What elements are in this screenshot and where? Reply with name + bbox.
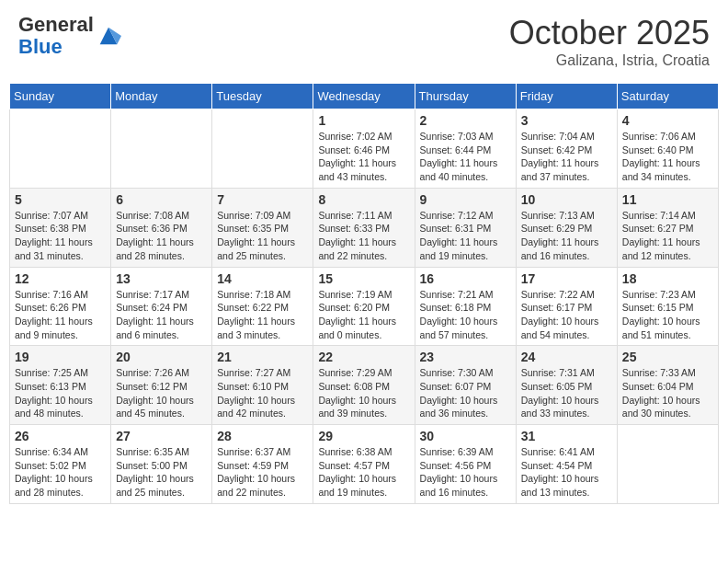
calendar-cell: 3Sunrise: 7:04 AM Sunset: 6:42 PM Daylig… (516, 109, 617, 189)
day-number: 8 (318, 192, 409, 207)
day-number: 7 (217, 192, 308, 207)
weekday-saturday: Saturday (617, 84, 718, 109)
day-info: Sunrise: 7:18 AM Sunset: 6:22 PM Dayligh… (217, 288, 308, 342)
day-info: Sunrise: 7:03 AM Sunset: 6:44 PM Dayligh… (420, 130, 511, 184)
day-info: Sunrise: 7:12 AM Sunset: 6:31 PM Dayligh… (420, 209, 511, 263)
calendar-cell: 17Sunrise: 7:22 AM Sunset: 6:17 PM Dayli… (516, 267, 617, 346)
weekday-friday: Friday (516, 84, 617, 109)
day-info: Sunrise: 7:14 AM Sunset: 6:27 PM Dayligh… (622, 209, 713, 263)
weekday-thursday: Thursday (415, 84, 516, 109)
day-info: Sunrise: 7:02 AM Sunset: 6:46 PM Dayligh… (318, 130, 409, 184)
calendar-cell: 6Sunrise: 7:08 AM Sunset: 6:36 PM Daylig… (111, 188, 212, 267)
calendar-cell: 19Sunrise: 7:25 AM Sunset: 6:13 PM Dayli… (10, 346, 111, 425)
day-info: Sunrise: 7:22 AM Sunset: 6:17 PM Dayligh… (521, 288, 612, 342)
calendar-cell: 11Sunrise: 7:14 AM Sunset: 6:27 PM Dayli… (617, 188, 718, 267)
day-number: 11 (622, 192, 713, 207)
day-info: Sunrise: 7:19 AM Sunset: 6:20 PM Dayligh… (318, 288, 409, 342)
calendar-cell: 21Sunrise: 7:27 AM Sunset: 6:10 PM Dayli… (212, 346, 313, 425)
calendar-cell: 12Sunrise: 7:16 AM Sunset: 6:26 PM Dayli… (10, 267, 111, 346)
day-info: Sunrise: 7:31 AM Sunset: 6:05 PM Dayligh… (521, 366, 612, 420)
day-number: 4 (622, 113, 713, 128)
calendar-cell: 2Sunrise: 7:03 AM Sunset: 6:44 PM Daylig… (415, 109, 516, 189)
calendar-table: SundayMondayTuesdayWednesdayThursdayFrid… (9, 83, 719, 504)
day-number: 20 (116, 350, 207, 364)
day-number: 1 (318, 113, 409, 128)
day-number: 3 (521, 113, 612, 128)
calendar-cell: 7Sunrise: 7:09 AM Sunset: 6:35 PM Daylig… (212, 188, 313, 267)
day-info: Sunrise: 6:37 AM Sunset: 4:59 PM Dayligh… (217, 445, 308, 500)
day-info: Sunrise: 7:07 AM Sunset: 6:38 PM Dayligh… (15, 209, 106, 263)
calendar-cell: 4Sunrise: 7:06 AM Sunset: 6:40 PM Daylig… (617, 109, 718, 189)
day-number: 24 (521, 350, 612, 364)
month-title: October 2025 (509, 14, 710, 52)
day-info: Sunrise: 6:41 AM Sunset: 4:54 PM Dayligh… (521, 445, 612, 500)
day-number: 21 (217, 350, 308, 364)
day-info: Sunrise: 7:11 AM Sunset: 6:33 PM Dayligh… (318, 209, 409, 263)
calendar-cell: 24Sunrise: 7:31 AM Sunset: 6:05 PM Dayli… (516, 346, 617, 425)
day-number: 27 (116, 429, 207, 443)
calendar-cell: 23Sunrise: 7:30 AM Sunset: 6:07 PM Dayli… (415, 346, 516, 425)
day-number: 31 (521, 429, 612, 443)
day-info: Sunrise: 6:35 AM Sunset: 5:00 PM Dayligh… (116, 445, 207, 500)
day-number: 28 (217, 429, 308, 443)
week-row-5: 26Sunrise: 6:34 AM Sunset: 5:02 PM Dayli… (10, 425, 719, 504)
calendar-body: 1Sunrise: 7:02 AM Sunset: 6:46 PM Daylig… (10, 109, 719, 504)
day-number: 5 (15, 192, 106, 207)
logo-general: General (18, 13, 94, 36)
calendar-cell: 22Sunrise: 7:29 AM Sunset: 6:08 PM Dayli… (313, 346, 415, 425)
day-number: 2 (420, 113, 511, 128)
calendar-cell: 10Sunrise: 7:13 AM Sunset: 6:29 PM Dayli… (516, 188, 617, 267)
day-info: Sunrise: 6:38 AM Sunset: 4:57 PM Dayligh… (318, 445, 409, 500)
calendar-cell: 14Sunrise: 7:18 AM Sunset: 6:22 PM Dayli… (212, 267, 313, 346)
calendar-cell: 29Sunrise: 6:38 AM Sunset: 4:57 PM Dayli… (313, 425, 415, 504)
calendar-cell (212, 109, 313, 189)
location-title: Galizana, Istria, Croatia (509, 52, 710, 69)
weekday-tuesday: Tuesday (212, 84, 313, 109)
calendar-cell: 9Sunrise: 7:12 AM Sunset: 6:31 PM Daylig… (415, 188, 516, 267)
weekday-monday: Monday (111, 84, 212, 109)
day-info: Sunrise: 6:39 AM Sunset: 4:56 PM Dayligh… (420, 445, 511, 500)
day-number: 9 (420, 192, 511, 207)
weekday-sunday: Sunday (10, 84, 111, 109)
day-info: Sunrise: 7:06 AM Sunset: 6:40 PM Dayligh… (622, 130, 713, 184)
calendar-cell: 18Sunrise: 7:23 AM Sunset: 6:15 PM Dayli… (617, 267, 718, 346)
calendar-cell (10, 109, 111, 189)
day-info: Sunrise: 7:13 AM Sunset: 6:29 PM Dayligh… (521, 209, 612, 263)
page-header: General Blue October 2025 Galizana, Istr… (9, 9, 719, 74)
day-info: Sunrise: 7:09 AM Sunset: 6:35 PM Dayligh… (217, 209, 308, 263)
day-info: Sunrise: 7:08 AM Sunset: 6:36 PM Dayligh… (116, 209, 207, 263)
weekday-wednesday: Wednesday (313, 84, 415, 109)
calendar-cell: 25Sunrise: 7:33 AM Sunset: 6:04 PM Dayli… (617, 346, 718, 425)
day-info: Sunrise: 7:26 AM Sunset: 6:12 PM Dayligh… (116, 366, 207, 420)
calendar-cell: 27Sunrise: 6:35 AM Sunset: 5:00 PM Dayli… (111, 425, 212, 504)
calendar-cell: 13Sunrise: 7:17 AM Sunset: 6:24 PM Dayli… (111, 267, 212, 346)
day-info: Sunrise: 7:23 AM Sunset: 6:15 PM Dayligh… (622, 288, 713, 342)
week-row-4: 19Sunrise: 7:25 AM Sunset: 6:13 PM Dayli… (10, 346, 719, 425)
calendar-cell: 26Sunrise: 6:34 AM Sunset: 5:02 PM Dayli… (10, 425, 111, 504)
week-row-2: 5Sunrise: 7:07 AM Sunset: 6:38 PM Daylig… (10, 188, 719, 267)
day-number: 26 (15, 429, 106, 443)
logo-icon (96, 23, 121, 49)
day-info: Sunrise: 7:33 AM Sunset: 6:04 PM Dayligh… (622, 366, 713, 420)
day-number: 30 (420, 429, 511, 443)
day-number: 23 (420, 350, 511, 364)
day-number: 14 (217, 271, 308, 286)
week-row-3: 12Sunrise: 7:16 AM Sunset: 6:26 PM Dayli… (10, 267, 719, 346)
day-number: 12 (15, 271, 106, 286)
day-info: Sunrise: 7:30 AM Sunset: 6:07 PM Dayligh… (420, 366, 511, 420)
calendar-cell (617, 425, 718, 504)
calendar-cell (111, 109, 212, 189)
calendar-cell: 16Sunrise: 7:21 AM Sunset: 6:18 PM Dayli… (415, 267, 516, 346)
title-block: October 2025 Galizana, Istria, Croatia (509, 14, 710, 69)
calendar-cell: 28Sunrise: 6:37 AM Sunset: 4:59 PM Dayli… (212, 425, 313, 504)
day-number: 22 (318, 350, 409, 364)
calendar-cell: 5Sunrise: 7:07 AM Sunset: 6:38 PM Daylig… (10, 188, 111, 267)
day-info: Sunrise: 7:17 AM Sunset: 6:24 PM Dayligh… (116, 288, 207, 342)
day-number: 13 (116, 271, 207, 286)
calendar-cell: 31Sunrise: 6:41 AM Sunset: 4:54 PM Dayli… (516, 425, 617, 504)
calendar-cell: 15Sunrise: 7:19 AM Sunset: 6:20 PM Dayli… (313, 267, 415, 346)
calendar-cell: 20Sunrise: 7:26 AM Sunset: 6:12 PM Dayli… (111, 346, 212, 425)
calendar-cell: 1Sunrise: 7:02 AM Sunset: 6:46 PM Daylig… (313, 109, 415, 189)
day-number: 10 (521, 192, 612, 207)
day-info: Sunrise: 7:16 AM Sunset: 6:26 PM Dayligh… (15, 288, 106, 342)
